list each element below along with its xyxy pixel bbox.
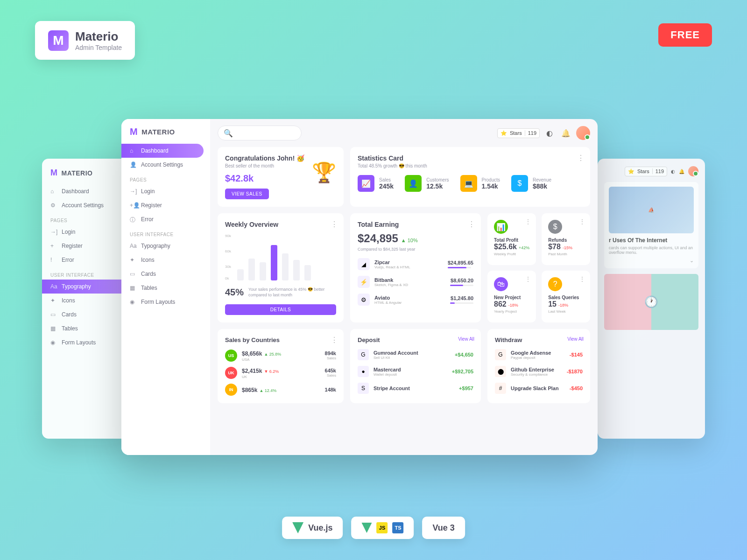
github-stars-button[interactable]: ⭐ Stars 119 <box>497 128 540 138</box>
trophy-icon: 🏆 <box>312 161 336 184</box>
notifications-icon[interactable]: 🔔 <box>561 129 570 137</box>
sidebar-login[interactable]: →]Login <box>121 184 210 198</box>
brand-logo-icon: M <box>48 30 69 51</box>
sidebar-typography[interactable]: AaTypography <box>121 239 210 253</box>
topbar: 🔍 ⭐ Stars 119 ◐ 🔔 <box>218 126 590 140</box>
country-row: US$8,656k▲ 25.8%USA894kSales <box>225 349 336 362</box>
brand-card: M Materio Admin Template <box>35 21 135 60</box>
background-content-right: ⭐ Stars 119 ◐ 🔔 ⛵ r Uses Of The Internet… <box>598 159 705 439</box>
earning-item: ⚙AviatoHTML & Angular$1,245.80.pb::after… <box>358 294 473 306</box>
weekly-chart: 90k 60k 30k 0k <box>225 234 336 280</box>
sidebar-dashboard[interactable]: ⌂Dashboard <box>121 144 204 158</box>
congrats-card: Congratulations John! 🥳 Best seller of t… <box>218 147 344 207</box>
sidebar-brand: MMATERIO <box>121 126 210 144</box>
chart-bar <box>282 253 289 280</box>
country-row: IN$865k▲ 12.4%148k <box>225 384 336 396</box>
withdraw-card: Withdraw View All GGoogle AdsensePaypal … <box>487 329 590 403</box>
withdraw-row: ⬤Github EnterpriseSecurity & compliance-… <box>495 366 583 377</box>
statistics-card: ⋮ Statistics Card Total 48.5% growth 😎 t… <box>350 147 590 207</box>
more-icon[interactable]: ⋮ <box>525 218 531 225</box>
avatar[interactable] <box>688 166 698 176</box>
chart-bar <box>237 269 244 280</box>
theme-toggle-icon[interactable]: ◐ <box>546 129 555 137</box>
deposit-row: SStripe Account+$957 <box>358 383 473 394</box>
sidebar-tables[interactable]: ▦Tables <box>121 281 210 295</box>
chart-bar <box>248 259 255 280</box>
withdraw-row: GGoogle AdsensePaypal deposit-$145 <box>495 349 583 360</box>
more-icon[interactable]: ⋮ <box>579 275 585 283</box>
deposit-card: Deposit View All GGumroad AccountSell UI… <box>350 329 481 403</box>
weekly-overview-card: ⋮ Weekly Overview 90k 60k 30k 0k 45% You… <box>218 213 344 322</box>
search-icon: 🔍 <box>224 129 233 138</box>
sidebar-forms[interactable]: ◉Form Layouts <box>121 295 210 309</box>
chevron-down-icon[interactable]: ⌄ <box>609 258 694 264</box>
details-button[interactable]: DETAILS <box>225 304 336 315</box>
more-icon[interactable]: ⋮ <box>331 220 338 229</box>
github-stars[interactable]: ⭐ Stars 119 <box>625 167 667 176</box>
user-avatar[interactable] <box>576 126 590 140</box>
more-icon[interactable]: ⋮ <box>579 218 585 225</box>
theme-icon[interactable]: ◐ <box>671 169 675 174</box>
stat-item: $Revenue$88k <box>511 175 551 192</box>
view-sales-button[interactable]: VIEW SALES <box>225 189 269 199</box>
image-placeholder: ⛵ <box>609 187 694 233</box>
stat-item: 💻Products1.54k <box>460 175 500 192</box>
main-dashboard: MMATERIO ⌂Dashboard 👤Account Settings PA… <box>121 119 598 455</box>
image-placeholder-2: 🕐 <box>604 274 698 330</box>
sales-countries-card: ⋮ Sales by Countries US$8,656k▲ 25.8%USA… <box>218 329 344 403</box>
country-row: UK$2,415k▼ 6.2%UK645kSales <box>225 366 336 379</box>
mini-stat-card: ⋮📊Total Profit$25.6k+42%Weekly Profit <box>487 213 536 265</box>
nav-typography[interactable]: AaTypography <box>42 280 129 294</box>
brand-name: Materio <box>75 29 122 44</box>
mini-stat-card: ⋮?Sales Queries15-18%Last Week <box>542 271 590 322</box>
chart-bar <box>304 265 311 280</box>
sidebar: MMATERIO ⌂Dashboard 👤Account Settings PA… <box>121 119 210 455</box>
search-input[interactable]: 🔍 <box>218 126 302 140</box>
deposit-row: GGumroad AccountSell UI Kit+$4,650 <box>358 349 473 360</box>
stat-item: 📈Sales245k <box>358 175 394 192</box>
sidebar-icons[interactable]: ✦Icons <box>121 253 210 267</box>
earning-item: ◢ZipcarVuejs, React & HTML$24,895.65.pb:… <box>358 258 473 270</box>
sidebar-error[interactable]: ⓘError <box>121 212 210 226</box>
chip-vue3: Vue 3 <box>423 517 465 539</box>
stat-item: 👤Customers12.5k <box>405 175 449 192</box>
tech-chips: Vue.js JSTS Vue 3 <box>282 517 465 539</box>
bell-icon[interactable]: 🔔 <box>679 169 684 174</box>
view-all-link[interactable]: View All <box>567 336 584 342</box>
sidebar-register[interactable]: +👤Register <box>121 198 210 212</box>
chip-js-ts: JSTS <box>352 517 414 539</box>
free-badge: FREE <box>658 23 712 47</box>
view-all-link[interactable]: View All <box>458 336 474 342</box>
more-icon[interactable]: ⋮ <box>525 275 531 283</box>
brand-sub: Admin Template <box>75 44 122 51</box>
more-icon[interactable]: ⋮ <box>331 336 338 344</box>
total-earning-card: ⋮ Total Earning $24,895▲ 10% Compared to… <box>350 213 481 322</box>
deposit-row: ●MastercardWallet deposit+$92,705 <box>358 366 473 377</box>
earning-item: ⚡BitbankSketch, Figma & XD$8,650.20.pb::… <box>358 276 473 288</box>
chart-bar <box>260 262 266 280</box>
sidebar-account[interactable]: 👤Account Settings <box>121 158 210 172</box>
mini-stat-card: ⋮$Refunds$78-15%Past Month <box>542 213 590 265</box>
mini-stat-card: ⋮🛍New Project862-18%Yearly Project <box>487 271 536 322</box>
chart-bar <box>271 245 277 280</box>
withdraw-row: #Upgrade Slack Plan-$450 <box>495 383 583 394</box>
more-icon[interactable]: ⋮ <box>468 220 475 229</box>
more-icon[interactable]: ⋮ <box>577 154 585 162</box>
chip-vuejs: Vue.js <box>282 517 343 539</box>
chart-bar <box>293 260 300 280</box>
sidebar-cards[interactable]: ▭Cards <box>121 267 210 281</box>
